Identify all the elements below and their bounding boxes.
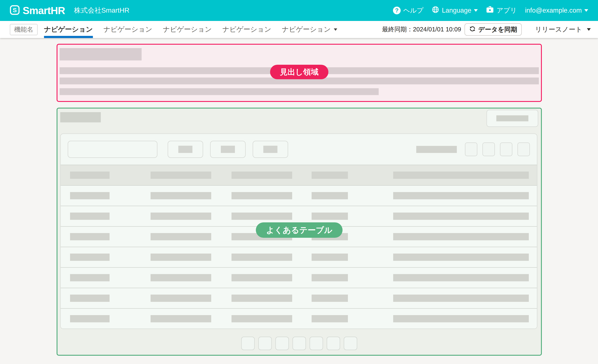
cell-skeleton-bar: [70, 172, 109, 179]
pagination-button[interactable]: [344, 337, 357, 350]
help-menu[interactable]: ヘルプ: [393, 6, 424, 15]
page-title-skeleton: [60, 48, 141, 60]
filter-buttons: [161, 141, 288, 158]
release-notes-menu[interactable]: リリースノート: [535, 25, 591, 34]
table-icon-button[interactable]: [482, 142, 495, 156]
cell-skeleton-bar: [70, 192, 109, 199]
help-label: ヘルプ: [403, 6, 424, 15]
table-action-button[interactable]: [487, 110, 538, 127]
nav-tab[interactable]: ナビゲーション: [44, 21, 93, 38]
cell-skeleton-bar: [70, 315, 109, 322]
table-row: [61, 247, 537, 267]
pagination-button[interactable]: [293, 337, 306, 350]
brand-name: SmartHR: [23, 5, 65, 17]
nav-right: 最終同期：2024/01/01 10:09 データを同期 リリースノート: [382, 21, 591, 38]
cell-skeleton-bar: [150, 233, 211, 240]
nav-tab-label: ナビゲーション: [223, 25, 271, 34]
cell-skeleton-bar: [150, 254, 211, 261]
button-label-skeleton: [263, 146, 277, 153]
refresh-icon: [469, 26, 476, 33]
cell-skeleton-bar: [150, 213, 211, 220]
cell-skeleton-bar: [70, 274, 109, 281]
skeleton-text-line: [60, 88, 379, 95]
cell-skeleton-bar: [393, 254, 529, 261]
section-title-skeleton: [60, 112, 101, 122]
account-menu[interactable]: info@example.com: [525, 7, 588, 14]
sync-data-button[interactable]: データを同期: [465, 23, 522, 36]
nav-tab-label: ナビゲーション: [163, 25, 212, 34]
language-menu[interactable]: Language: [432, 6, 478, 15]
apps-icon: [486, 6, 494, 15]
cell-skeleton-bar: [393, 213, 529, 220]
nav-tab[interactable]: ナビゲーション: [223, 21, 271, 38]
table-area-section: よくあるテーブル: [57, 108, 542, 356]
language-label: Language: [442, 7, 471, 14]
table-row: [61, 185, 537, 206]
chevron-down-icon: [334, 28, 337, 31]
button-label-skeleton: [496, 115, 528, 121]
heading-area-label-pill: 見出し領域: [270, 65, 328, 79]
cell-skeleton-bar: [312, 254, 348, 261]
brand: S SmartHR 株式会社SmartHR: [10, 5, 129, 17]
table-controls: [61, 134, 537, 165]
pagination-button[interactable]: [275, 337, 289, 350]
cell-skeleton-bar: [312, 192, 348, 199]
cell-skeleton-bar: [70, 295, 109, 302]
cell-skeleton-bar: [312, 295, 348, 302]
cell-skeleton-bar: [393, 295, 529, 302]
pagination: [241, 337, 357, 350]
cell-skeleton-bar: [232, 295, 292, 302]
cell-skeleton-bar: [312, 315, 348, 322]
cell-skeleton-bar: [393, 233, 529, 240]
chevron-down-icon: [587, 28, 591, 31]
cell-skeleton-bar: [70, 254, 109, 261]
nav-tab[interactable]: ナビゲーション: [282, 21, 337, 38]
cell-skeleton-bar: [150, 274, 211, 281]
pagination-button[interactable]: [258, 337, 272, 350]
nav-tab-label: ナビゲーション: [104, 25, 152, 34]
filter-button[interactable]: [210, 141, 246, 158]
filter-button[interactable]: [253, 141, 288, 158]
apps-label: アプリ: [497, 6, 517, 15]
filter-button[interactable]: [168, 141, 203, 158]
nav-tab-label: ナビゲーション: [44, 25, 93, 34]
cell-skeleton-bar: [232, 213, 292, 220]
table-icon-button[interactable]: [465, 142, 477, 156]
chevron-down-icon: [584, 9, 588, 12]
cell-skeleton-bar: [312, 172, 348, 179]
cell-skeleton-bar: [312, 274, 348, 281]
table-icon-button[interactable]: [517, 142, 530, 156]
svg-text:S: S: [13, 7, 17, 13]
table-header-row: [61, 165, 537, 185]
table-row: [61, 267, 537, 288]
result-count-skeleton: [416, 146, 457, 153]
cell-skeleton-bar: [150, 295, 211, 302]
table-icon-button[interactable]: [500, 142, 512, 156]
cell-skeleton-bar: [232, 315, 292, 322]
globe-icon: [432, 6, 439, 15]
cell-skeleton-bar: [232, 192, 292, 199]
cell-skeleton-bar: [393, 172, 529, 179]
cell-skeleton-bar: [393, 315, 529, 322]
button-label-skeleton: [221, 146, 235, 153]
pagination-button[interactable]: [241, 337, 255, 350]
pagination-button[interactable]: [310, 337, 323, 350]
last-sync-text: 最終同期：2024/01/01 10:09: [382, 25, 461, 34]
apps-menu[interactable]: アプリ: [486, 6, 517, 15]
nav-tab[interactable]: ナビゲーション: [163, 21, 212, 38]
search-input[interactable]: [68, 141, 158, 158]
release-notes-label: リリースノート: [535, 25, 582, 34]
appbar-menu: ヘルプ Language: [393, 6, 588, 15]
sync-data-label: データを同期: [478, 25, 517, 34]
table: [61, 165, 537, 329]
main-content: 見出し領域 よくあるテーブル: [0, 38, 598, 364]
pagination-button[interactable]: [327, 337, 340, 350]
app-nav: 機能名 ナビゲーションナビゲーションナビゲーションナビゲーションナビゲーション …: [0, 21, 598, 38]
cell-skeleton-bar: [70, 213, 109, 220]
chevron-down-icon: [474, 9, 478, 12]
nav-tab[interactable]: ナビゲーション: [104, 21, 152, 38]
view-icon-buttons: [465, 142, 530, 156]
cell-skeleton-bar: [232, 172, 292, 179]
smarthr-logo-icon: S: [10, 5, 20, 16]
company-name: 株式会社SmartHR: [74, 6, 129, 15]
